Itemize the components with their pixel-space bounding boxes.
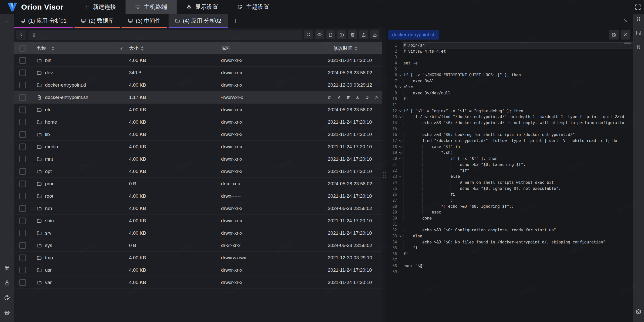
copy-icon[interactable]: [328, 95, 332, 100]
fold-chevron-icon[interactable]: [397, 84, 404, 90]
fold-chevron-icon[interactable]: [397, 150, 404, 156]
file-name[interactable]: mnt: [45, 156, 53, 162]
terminal-tab-2[interactable]: (2) 数据库: [74, 14, 120, 28]
add-tab-button[interactable]: [229, 14, 242, 28]
file-name[interactable]: media: [45, 144, 58, 150]
sort-name-control[interactable]: [51, 46, 54, 51]
table-row[interactable]: sbin4.00 KBdrwxr-xr-x2021-11-24 17:20:10: [14, 215, 382, 227]
row-checkbox[interactable]: [19, 255, 26, 261]
file-name[interactable]: var: [45, 280, 52, 285]
table-row[interactable]: opt4.00 KBdrwxr-xr-x2021-11-24 17:20:10: [14, 165, 382, 178]
gear-rail-button[interactable]: [4, 309, 10, 317]
braces-rail-button[interactable]: [635, 16, 641, 23]
delete-icon[interactable]: [346, 95, 350, 100]
doc-bookmark-rail-button[interactable]: [635, 30, 641, 37]
row-checkbox[interactable]: [19, 218, 26, 224]
filter-icon[interactable]: [119, 46, 124, 51]
eye-button[interactable]: [315, 30, 324, 39]
menu-theme-settings[interactable]: 主题设置: [228, 0, 279, 14]
fold-chevron-icon[interactable]: [397, 156, 404, 162]
permission-icon[interactable]: [375, 95, 378, 100]
panel-splitter[interactable]: [382, 28, 386, 322]
terminal-tab-4[interactable]: (4) 应用-分析02: [169, 14, 228, 28]
table-row[interactable]: usr4.00 KBdrwxr-xr-x2021-11-24 17:20:10: [14, 264, 382, 276]
path-input[interactable]: [38, 32, 299, 38]
file-name[interactable]: run: [45, 206, 52, 211]
fullscreen-icon[interactable]: [634, 4, 641, 11]
table-row[interactable]: var4.00 KBdrwxr-xr-x2021-11-24 17:20:10: [14, 276, 382, 289]
sort-size-control[interactable]: [141, 46, 144, 51]
row-checkbox[interactable]: [19, 69, 26, 76]
file-name[interactable]: lib: [45, 132, 50, 137]
editor-body[interactable]: 1#!/bin/sh2# vim:sw=4:ts=4:et34set -e56i…: [386, 42, 633, 322]
row-checkbox[interactable]: [19, 193, 26, 199]
brand[interactable]: Orion Visor: [0, 2, 69, 12]
fold-chevron-icon[interactable]: [397, 138, 404, 144]
menu-host-terminal[interactable]: 主机终端: [126, 0, 177, 14]
edit-icon[interactable]: [337, 95, 341, 100]
table-row[interactable]: sys0 Bdr-xr-xr-x2024-05-28 23:58:02: [14, 239, 382, 252]
camera-rail-button[interactable]: [635, 308, 641, 315]
row-checkbox[interactable]: [19, 168, 26, 175]
row-checkbox[interactable]: [19, 279, 26, 286]
fold-chevron-icon[interactable]: [397, 174, 404, 180]
row-checkbox[interactable]: [19, 119, 26, 125]
file-name[interactable]: docker-entrypoint.sh: [45, 95, 88, 100]
menu-display-settings[interactable]: 显示设置: [177, 0, 228, 14]
row-checkbox[interactable]: [19, 156, 26, 162]
file-name[interactable]: bin: [45, 58, 51, 63]
row-checkbox[interactable]: [19, 131, 26, 138]
table-row[interactable]: proc0 Bdr-xr-xr-x2024-05-28 23:58:02: [14, 178, 382, 190]
row-checkbox[interactable]: [19, 94, 26, 101]
upload-button[interactable]: [359, 30, 368, 39]
file-name[interactable]: usr: [45, 267, 52, 273]
row-checkbox[interactable]: [19, 267, 26, 273]
terminal-tab-1[interactable]: (1) 应用-分析01: [14, 14, 73, 28]
file-name[interactable]: tmp: [45, 255, 53, 261]
file-name[interactable]: dev: [45, 70, 53, 76]
editor-scrollbar-thumb[interactable]: [624, 43, 631, 44]
table-row[interactable]: docker-entrypoint.sh1.17 KB-rwxrwxr-x: [14, 91, 382, 104]
select-all-checkbox[interactable]: [19, 45, 26, 52]
file-name[interactable]: root: [45, 193, 53, 199]
file-name[interactable]: home: [45, 119, 57, 125]
close-editor-button[interactable]: [621, 30, 630, 40]
row-checkbox[interactable]: [19, 242, 26, 249]
fold-chevron-icon[interactable]: [397, 144, 404, 150]
table-row[interactable]: mnt4.00 KBdrwxr-xr-x2021-11-24 17:20:10: [14, 153, 382, 165]
open-file-badge[interactable]: docker-entrypoint.sh: [388, 30, 439, 40]
table-row[interactable]: run4.00 KBdrwxr-xr-x2024-05-28 23:58:02: [14, 202, 382, 215]
table-row[interactable]: srv4.00 KBdrwxr-xr-x2021-11-24 17:20:10: [14, 227, 382, 239]
stamp-rail-button[interactable]: [4, 280, 10, 287]
fold-chevron-icon[interactable]: [397, 108, 404, 114]
new-file-button[interactable]: [326, 30, 335, 39]
fold-chevron-icon[interactable]: [397, 72, 404, 78]
table-row[interactable]: docker-entrypoint.d4.00 KBdrwxr-xr-x2021…: [14, 79, 382, 91]
table-row[interactable]: home4.00 KBdrwxr-xr-x2021-11-24 17:20:10: [14, 116, 382, 128]
delete-button[interactable]: [348, 30, 357, 39]
row-checkbox[interactable]: [19, 230, 26, 236]
back-button[interactable]: [16, 30, 26, 40]
fold-chevron-icon[interactable]: [397, 233, 404, 239]
close-panel-button[interactable]: [619, 14, 633, 28]
refresh-button[interactable]: [304, 30, 313, 39]
table-row[interactable]: media4.00 KBdrwxr-xr-x2021-11-24 17:20:1…: [14, 141, 382, 153]
table-row[interactable]: bin4.00 KBdrwxr-xr-x2021-11-24 17:20:10: [14, 54, 382, 67]
download-icon[interactable]: [356, 95, 359, 100]
move-icon[interactable]: [365, 95, 369, 100]
file-name[interactable]: sys: [45, 243, 52, 248]
row-checkbox[interactable]: [19, 144, 26, 150]
row-checkbox[interactable]: [19, 181, 26, 187]
sort-vertical-rail-button[interactable]: [635, 44, 641, 51]
plus-rail-button[interactable]: [4, 21, 10, 25]
directory-list-icon[interactable]: [31, 32, 36, 37]
command-rail-button[interactable]: [4, 265, 10, 272]
sort-mtime-control[interactable]: [355, 46, 358, 51]
menu-new-connection[interactable]: 新建连接: [74, 0, 126, 14]
table-row[interactable]: lib4.00 KBdrwxr-xr-x2021-11-24 17:20:10: [14, 128, 382, 141]
file-name[interactable]: sbin: [45, 218, 54, 224]
fold-chevron-icon[interactable]: [397, 114, 404, 120]
terminal-tab-3[interactable]: (3) 中间件: [122, 14, 167, 28]
file-name[interactable]: docker-entrypoint.d: [45, 82, 86, 88]
row-checkbox[interactable]: [19, 82, 26, 88]
